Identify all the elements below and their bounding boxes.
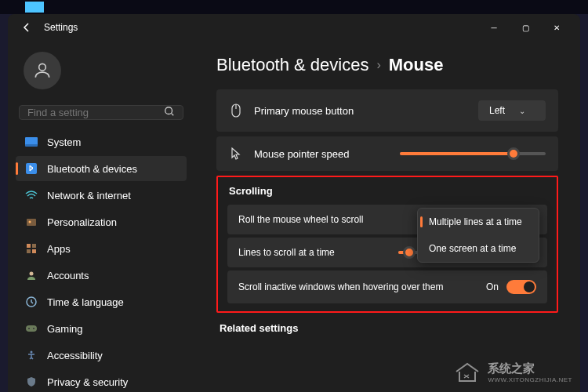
- search-input[interactable]: [27, 107, 164, 118]
- sidebar-item-system[interactable]: System: [16, 129, 187, 154]
- minimize-button[interactable]: ─: [478, 16, 510, 39]
- svg-line-2: [172, 114, 174, 116]
- wifi-icon: [25, 189, 38, 201]
- svg-rect-10: [27, 249, 31, 253]
- shield-icon: [25, 376, 38, 388]
- sidebar-item-label: Accounts: [47, 270, 89, 281]
- cursor-icon: [229, 147, 243, 160]
- titlebar: Settings ─ ▢ ✕: [8, 14, 580, 41]
- paint-icon: [25, 216, 38, 228]
- inactive-label: Scroll inactive windows when hovering ov…: [238, 281, 486, 292]
- sidebar-item-time[interactable]: Time & language: [16, 289, 187, 314]
- toggle-state-label: On: [486, 281, 499, 292]
- sidebar-item-accounts[interactable]: Accounts: [16, 263, 187, 288]
- sidebar-item-bluetooth[interactable]: Bluetooth & devices: [16, 156, 187, 181]
- close-button[interactable]: ✕: [541, 16, 572, 39]
- sidebar-item-personalization[interactable]: Personalization: [16, 209, 187, 234]
- sidebar-item-apps[interactable]: Apps: [16, 236, 187, 261]
- main-content: Bluetooth & devices › Mouse Primary mous…: [194, 41, 580, 392]
- watermark-logo-icon: [453, 361, 481, 384]
- primary-mouse-button-panel: Primary mouse button Left ⌄: [216, 89, 558, 132]
- svg-rect-8: [27, 244, 31, 248]
- scrolling-title: Scrolling: [227, 185, 547, 197]
- clock-icon: [25, 296, 38, 308]
- svg-point-1: [165, 107, 172, 114]
- sidebar-item-label: Accessibility: [47, 350, 103, 361]
- svg-point-0: [39, 64, 46, 71]
- dropdown-option-multiple[interactable]: Multiple lines at a time: [418, 209, 539, 235]
- related-settings-title: Related settings: [216, 322, 558, 334]
- primary-button-select[interactable]: Left ⌄: [478, 100, 546, 121]
- svg-rect-9: [32, 244, 36, 248]
- maximize-button[interactable]: ▢: [510, 16, 541, 39]
- sidebar-item-label: Network & internet: [47, 190, 131, 201]
- accessibility-icon: [25, 349, 38, 361]
- scrolling-section: Scrolling Roll the mouse wheel to scroll…: [216, 176, 558, 313]
- sidebar-item-accessibility[interactable]: Accessibility: [16, 343, 187, 368]
- svg-point-7: [29, 221, 31, 223]
- desktop-taskbar: [0, 0, 588, 14]
- breadcrumb: Bluetooth & devices › Mouse: [216, 55, 558, 75]
- sidebar-item-label: Bluetooth & devices: [47, 163, 137, 175]
- svg-rect-6: [27, 219, 36, 226]
- bluetooth-icon: [25, 162, 38, 175]
- svg-rect-14: [26, 325, 37, 332]
- mouse-icon: [229, 103, 243, 118]
- sidebar-item-label: Time & language: [47, 296, 124, 308]
- roll-wheel-panel: Roll the mouse wheel to scroll Multiple …: [227, 205, 547, 234]
- chevron-right-icon: ›: [376, 58, 380, 72]
- sidebar-item-label: System: [47, 136, 81, 148]
- scroll-inactive-panel: Scroll inactive windows when hovering ov…: [227, 270, 547, 303]
- user-avatar[interactable]: [24, 52, 61, 89]
- sidebar-item-label: Apps: [47, 243, 71, 255]
- lines-label: Lines to scroll at a time: [238, 247, 398, 258]
- apps-icon: [25, 242, 38, 255]
- breadcrumb-parent[interactable]: Bluetooth & devices: [216, 55, 368, 75]
- svg-point-15: [28, 328, 30, 329]
- gaming-icon: [25, 322, 38, 335]
- pointer-speed-label: Mouse pointer speed: [254, 148, 389, 160]
- sidebar-item-label: Personalization: [47, 216, 117, 228]
- desktop-shortcut-icon: [25, 2, 44, 13]
- watermark-url: WWW.XITONGZHIJIA.NET: [488, 376, 572, 383]
- dropdown-option-onescreen[interactable]: One screen at a time: [418, 235, 539, 262]
- sidebar-item-label: Gaming: [47, 323, 83, 335]
- back-button[interactable]: [16, 16, 38, 38]
- search-input-container[interactable]: [19, 105, 183, 120]
- window-title: Settings: [44, 22, 78, 33]
- svg-point-17: [31, 351, 33, 354]
- svg-rect-4: [25, 144, 38, 147]
- primary-button-label: Primary mouse button: [254, 105, 467, 117]
- pointer-speed-slider[interactable]: [400, 152, 546, 155]
- breadcrumb-current: Mouse: [389, 55, 444, 75]
- select-value: Left: [489, 105, 505, 116]
- pointer-speed-panel: Mouse pointer speed: [216, 136, 558, 171]
- settings-window: Settings ─ ▢ ✕ System: [8, 14, 580, 392]
- roll-wheel-dropdown: Multiple lines at a time One screen at a…: [417, 208, 539, 263]
- svg-point-16: [33, 328, 34, 329]
- svg-point-12: [30, 272, 34, 276]
- accounts-icon: [25, 269, 38, 281]
- sidebar-item-privacy[interactable]: Privacy & security: [16, 369, 187, 392]
- scroll-inactive-toggle[interactable]: [506, 280, 536, 294]
- svg-rect-11: [32, 249, 36, 253]
- sidebar-item-network[interactable]: Network & internet: [16, 183, 187, 208]
- sidebar-item-label: Privacy & security: [47, 376, 128, 388]
- system-icon: [25, 136, 38, 148]
- chevron-down-icon: ⌄: [519, 107, 525, 115]
- watermark-brand: 系统之家: [488, 361, 572, 376]
- sidebar: System Bluetooth & devices Network & int…: [8, 41, 194, 392]
- watermark: 系统之家 WWW.XITONGZHIJIA.NET: [453, 361, 572, 384]
- sidebar-item-gaming[interactable]: Gaming: [16, 316, 187, 341]
- search-icon: [164, 106, 175, 119]
